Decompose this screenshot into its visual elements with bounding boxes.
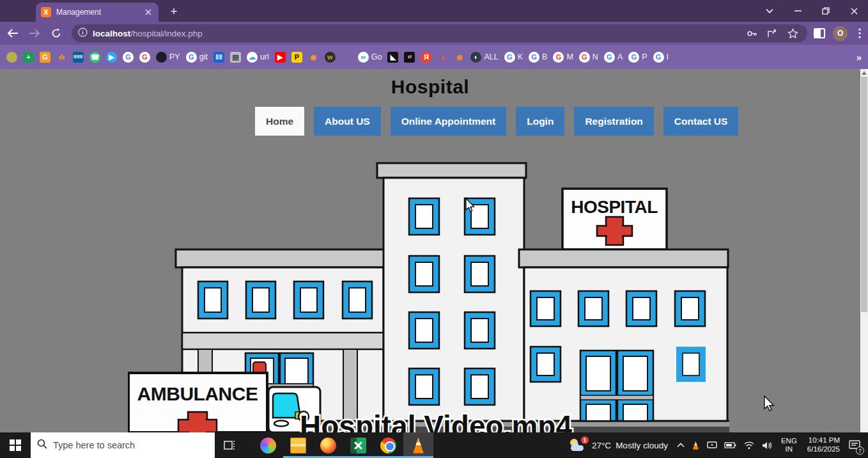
scrollbar-thumb[interactable] [861, 77, 867, 312]
bookmark-cl-icon[interactable]: cl [404, 52, 415, 63]
browser-tab-strip: X Management + [0, 0, 868, 22]
browser-tab[interactable]: X Management [36, 3, 159, 22]
back-icon[interactable] [4, 24, 22, 42]
nav-button-contact-us[interactable]: Contact US [663, 107, 739, 136]
taskbar-app-copilot[interactable] [253, 432, 283, 458]
bookmark-bird-icon[interactable]: ◣ [387, 52, 398, 63]
tray-chevron-up-icon[interactable] [673, 432, 688, 458]
password-key-icon[interactable] [743, 25, 760, 42]
taskbar-app-chrome[interactable] [373, 432, 403, 458]
tray-vlc-icon[interactable] [688, 432, 703, 458]
url-host: localhost [93, 29, 130, 38]
bookmark-ieee-icon[interactable]: IEEE [73, 52, 84, 63]
taskbar-app-firefox[interactable] [313, 432, 343, 458]
restore-button[interactable] [812, 0, 840, 22]
bookmark-google-2-icon[interactable]: G [139, 52, 150, 63]
tray-display-icon[interactable] [703, 432, 721, 458]
menu-dots-icon[interactable] [851, 25, 868, 42]
site-info-icon[interactable] [78, 28, 88, 40]
clock-time: 10:41 PM [809, 436, 840, 445]
bookmark-google-k-icon[interactable]: GK [504, 52, 523, 63]
tab-search-chevron-icon[interactable] [756, 0, 784, 22]
nav-button-home[interactable]: Home [255, 107, 304, 136]
bookmark-godaddy-icon[interactable]: ∞Go [358, 52, 382, 63]
bookmark-google-i-icon[interactable]: GI [653, 52, 669, 63]
bookmark-eye-icon[interactable]: ◉ [454, 52, 465, 63]
tray-battery-icon[interactable] [721, 432, 740, 458]
bookmark-cloud-url-icon[interactable]: ☁url [247, 52, 269, 63]
firefox-icon [320, 438, 336, 454]
bookmark-ring-icon[interactable]: ○ [341, 52, 352, 63]
taskbar-app-vlc[interactable] [403, 432, 433, 458]
language-top: ENG [781, 437, 797, 445]
address-bar[interactable]: localhost/hospital/index.php [72, 24, 807, 42]
bookmark-cart-icon[interactable]: w [325, 52, 336, 63]
weather-temp: 27°C [592, 441, 611, 450]
bookmark-yandex-icon[interactable]: Я [421, 52, 431, 63]
clock-date: 6/16/2025 [807, 445, 840, 454]
minimize-button[interactable] [784, 0, 812, 22]
forward-icon[interactable] [26, 24, 43, 42]
taskbar-search[interactable] [31, 432, 215, 458]
weather-icon: 1 [570, 438, 587, 452]
bookmark-pngtree-icon[interactable]: P [291, 52, 302, 63]
language-indicator[interactable]: ENG IN [776, 432, 802, 458]
scrollbar-up-arrow-icon[interactable] [862, 71, 867, 75]
profile-avatar[interactable]: O [833, 26, 848, 41]
bookmark-google-m-icon[interactable]: GM [553, 52, 573, 63]
share-icon[interactable] [764, 25, 780, 42]
bookmarks-list: +GılıIEEE☎▶GGPYGgit‖‖▤☁url▶P◉w○∞Go◣clЯ▲◉… [6, 52, 669, 63]
bookmark-palette-icon[interactable] [6, 52, 17, 63]
url-text: localhost/hospital/index.php [93, 29, 740, 38]
bookmark-briefcase-icon[interactable]: ▤ [230, 52, 241, 63]
page-content: Hospital HomeAbout USOnline AppointmentL… [0, 69, 868, 432]
bookmark-orange-g-icon[interactable]: G [40, 52, 50, 63]
page-scrollbar[interactable] [860, 69, 868, 432]
bookmark-google-a-icon[interactable]: GA [604, 52, 623, 63]
tray-volume-icon[interactable] [758, 432, 776, 458]
tab-close-icon[interactable] [143, 7, 153, 17]
nav-button-about-us[interactable]: About US [314, 107, 381, 136]
bookmarks-overflow-chevron[interactable]: » [856, 52, 862, 63]
excel-icon [350, 438, 366, 454]
weather-widget[interactable]: 1 27°C Mostly cloudy [564, 432, 673, 458]
bookmark-youtube-icon[interactable]: ▶ [275, 52, 286, 63]
main-nav: HomeAbout USOnline AppointmentLoginRegis… [255, 107, 738, 136]
action-center-button[interactable]: 7 [845, 432, 864, 458]
bookmark-google-git-icon[interactable]: Ggit [186, 52, 208, 63]
bookmark-google-b-icon[interactable]: GB [529, 52, 547, 63]
new-tab-button[interactable]: + [165, 3, 183, 20]
bookmark-film-camera-icon[interactable]: ◉ [308, 52, 319, 63]
bookmark-google-1-icon[interactable]: G [123, 52, 134, 63]
bookmark-analytics-icon[interactable]: ılı [56, 52, 67, 63]
taskbar-app-explorer[interactable] [283, 432, 313, 458]
reload-icon[interactable] [47, 24, 65, 42]
bookmark-telegram-icon[interactable]: ▶ [106, 52, 117, 63]
hospital-sign-text: HOSPITAL [571, 197, 658, 217]
hospital-illustration: HOSPITAL [128, 161, 729, 432]
ambulance-sign-text: AMBULANCE [137, 383, 258, 404]
bookmark-barcode-icon[interactable]: ‖‖ [213, 52, 224, 63]
nav-button-login[interactable]: Login [516, 107, 564, 136]
bookmark-sheets-icon[interactable]: + [23, 52, 34, 63]
language-bottom: IN [786, 445, 793, 454]
taskbar-app-excel[interactable] [343, 432, 373, 458]
bookmark-whatsapp-icon[interactable]: ☎ [89, 52, 100, 63]
bookmark-google-p-icon[interactable]: GP [628, 52, 647, 63]
bookmark-github-icon[interactable]: PY [156, 52, 180, 63]
nav-button-online-appointment[interactable]: Online Appointment [391, 107, 507, 136]
start-button[interactable] [0, 432, 31, 458]
hospital-video[interactable]: HOSPITAL [128, 161, 729, 432]
close-window-button[interactable] [840, 0, 868, 22]
task-view-button[interactable] [215, 432, 244, 458]
bookmark-globe-all-icon[interactable]: ◐ALL [470, 52, 498, 63]
side-panel-icon[interactable] [811, 25, 828, 42]
bookmark-google-n-icon[interactable]: GN [579, 52, 598, 63]
search-input[interactable] [53, 440, 208, 450]
weather-condition: Mostly cloudy [616, 441, 668, 450]
clock[interactable]: 10:41 PM 6/16/2025 [802, 432, 845, 458]
nav-button-registration[interactable]: Registration [574, 107, 653, 136]
bookmark-star-icon[interactable] [784, 25, 801, 42]
bookmark-matlab-icon[interactable]: ▲ [437, 52, 448, 63]
tray-wifi-icon[interactable] [740, 432, 758, 458]
